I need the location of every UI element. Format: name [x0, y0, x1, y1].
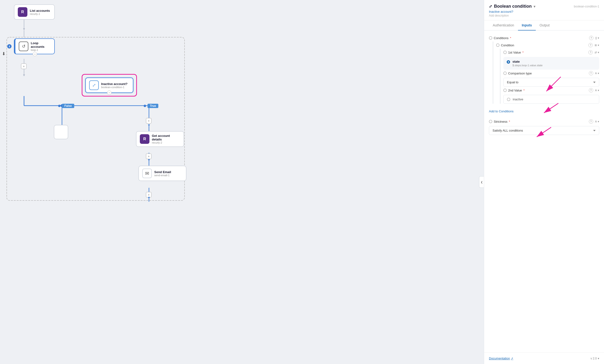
svg-text:⬇: ⬇	[2, 51, 6, 56]
conditions-help-icon[interactable]: ?	[589, 36, 593, 40]
comparison-type-block: Comparison type ? A ▾ Equal to	[500, 70, 599, 87]
first-value-selected-radio	[507, 60, 510, 64]
second-value-block: 2nd Value* ? A ▾ inactive	[500, 87, 599, 104]
get-account-node[interactable]: R Get account details recurly-2	[136, 131, 184, 147]
condition-label: Condition	[496, 43, 514, 47]
inactive-value-text: inactive	[513, 97, 523, 101]
tab-output[interactable]: Output	[536, 20, 554, 30]
inactive-account-subtitle: boolean-condition-1	[101, 86, 127, 89]
right-panel: ⤢ Boolean condition ▾ boolean-condition-…	[484, 0, 604, 364]
first-value-block: 1st Value* ? ⇄ ▾ state $	[500, 49, 599, 70]
loop-icon: ↺	[19, 42, 28, 51]
title-chevron[interactable]: ▾	[534, 5, 535, 8]
version-text: v 2.0 ▾	[591, 357, 599, 360]
recurly-icon: R	[18, 7, 27, 17]
strictness-help-icon[interactable]: ?	[589, 119, 593, 124]
comparison-type-label: Comparison type	[503, 72, 532, 75]
boolean-condition-node[interactable]: ⤢ Inactive account? boolean-condition-1 …	[82, 74, 137, 97]
condition-format-btn[interactable]: ⊞ ▾	[595, 44, 599, 47]
get-account-subtitle: recurly-2	[152, 141, 180, 144]
state-value-path: $.steps.loop-1.value.state	[513, 64, 542, 67]
external-link-icon: ↗	[511, 357, 513, 360]
second-value-label: 2nd Value*	[503, 89, 525, 92]
get-account-icon: R	[140, 134, 150, 144]
strictness-radio	[489, 120, 492, 123]
strictness-format-btn[interactable]: A ▾	[595, 120, 599, 123]
svg-text:+: +	[148, 193, 150, 197]
svg-text:+: +	[148, 119, 150, 123]
panel-title: ⤢ Boolean condition ▾	[489, 4, 535, 9]
loop-minus-btn[interactable]: −	[33, 52, 37, 56]
comparison-type-dropdown[interactable]: Equal to	[503, 78, 599, 87]
conditions-section: Conditions* ? [] ▾ Condition ? ⊞ ▾	[489, 34, 599, 104]
comparison-help-icon[interactable]: ?	[589, 71, 593, 75]
panel-collapse-btn[interactable]: ❮	[479, 176, 484, 188]
boolean-condition-icon: ⤢	[489, 4, 492, 9]
svg-marker-9	[23, 74, 25, 76]
canvas-area: ⬇ + + + +	[0, 0, 484, 364]
false-branch-label: False	[58, 104, 74, 108]
loop-down-icon: ⬇	[7, 44, 12, 49]
conditions-radio	[489, 36, 492, 40]
panel-tabs: Authentication Inputs Output	[484, 20, 604, 30]
conditions-format-btn[interactable]: [] ▾	[595, 36, 599, 40]
second-value-row[interactable]: inactive	[503, 95, 599, 104]
strictness-label: Strictness*	[489, 120, 510, 123]
get-account-title: Get account details	[152, 134, 180, 141]
svg-marker-31	[148, 197, 150, 199]
loop-accounts-title: Loop accounts	[31, 41, 51, 49]
list-accounts-title: List accounts	[30, 9, 50, 12]
second-value-radio	[503, 89, 507, 92]
strictness-section: Strictness* ? A ▾ Satisfy ALL conditions	[489, 118, 599, 135]
first-value-radio	[503, 51, 507, 54]
svg-marker-21	[148, 124, 150, 126]
doc-row: Documentation ↗ v 2.0 ▾	[484, 352, 604, 364]
panel-header: ⤢ Boolean condition ▾ boolean-condition-…	[484, 0, 604, 20]
tab-inputs[interactable]: Inputs	[518, 20, 536, 30]
first-value-label: 1st Value*	[503, 51, 524, 54]
panel-content: Conditions* ? [] ▾ Condition ? ⊞ ▾	[484, 30, 604, 352]
tab-authentication[interactable]: Authentication	[489, 20, 518, 30]
add-description-link[interactable]: Add description	[489, 14, 599, 17]
condition-block: Condition ? ⊞ ▾ 1st Value*	[493, 42, 599, 104]
second-value-empty-radio	[507, 98, 510, 101]
boolean-minus-btn[interactable]: −	[107, 91, 112, 95]
add-conditions-link[interactable]: Add to Conditions	[489, 108, 599, 115]
comparison-radio	[503, 72, 507, 75]
documentation-link[interactable]: Documentation ↗	[489, 357, 513, 360]
second-value-help-icon[interactable]: ?	[589, 88, 593, 92]
send-email-node[interactable]: ✉ Send Email send-email-1	[138, 166, 187, 181]
second-value-format-btn[interactable]: A ▾	[595, 89, 599, 92]
svg-rect-6	[21, 64, 26, 69]
svg-rect-24	[146, 154, 151, 159]
send-email-subtitle: send-email-1	[154, 174, 171, 177]
svg-text:+: +	[148, 154, 150, 158]
true-branch-label: True	[144, 104, 158, 108]
first-value-card[interactable]: state $.steps.loop-1.value.state	[503, 57, 599, 70]
svg-marker-1	[23, 28, 25, 30]
boolean-icon: ⤢	[89, 80, 99, 90]
svg-text:+: +	[23, 64, 25, 68]
svg-marker-26	[148, 159, 150, 161]
svg-rect-29	[146, 192, 151, 197]
inactive-account-title: Inactive account?	[101, 82, 127, 86]
false-branch-node[interactable]	[54, 125, 68, 139]
condition-help-icon[interactable]: ?	[588, 43, 593, 47]
send-email-title: Send Email	[154, 170, 171, 174]
strictness-chevron	[593, 130, 596, 131]
state-value-name: state	[513, 60, 542, 63]
conditions-label: Conditions*	[489, 36, 511, 40]
loop-accounts-subtitle: loop-1	[31, 49, 51, 51]
list-accounts-subtitle: recurly-1	[30, 12, 50, 15]
svg-rect-19	[146, 118, 151, 123]
loop-accounts-node[interactable]: ⬇ ↺ Loop accounts loop-1 −	[7, 38, 55, 54]
list-accounts-node[interactable]: R List accounts recurly-1	[14, 4, 55, 20]
version-chevron[interactable]: ▾	[598, 357, 599, 360]
panel-title-id: boolean-condition-1	[574, 5, 599, 8]
inactive-account-label: Inactive account?	[489, 10, 599, 13]
comparison-format-btn[interactable]: A ▾	[595, 72, 599, 75]
first-value-format-btn[interactable]: ⇄ ▾	[595, 51, 599, 54]
condition-radio	[496, 43, 500, 47]
first-value-help-icon[interactable]: ?	[588, 50, 593, 55]
strictness-dropdown[interactable]: Satisfy ALL conditions	[489, 126, 599, 135]
